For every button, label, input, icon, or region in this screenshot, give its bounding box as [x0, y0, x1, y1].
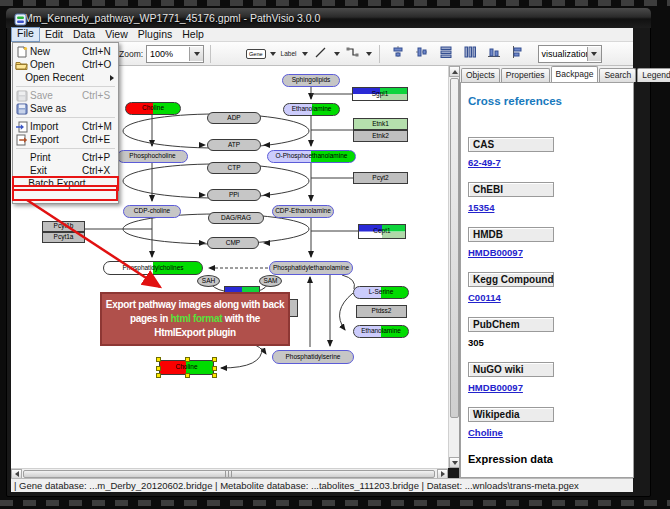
- pathway-node-l-serine[interactable]: L-Serine: [353, 286, 409, 299]
- pathway-node-phosphatidylethanolamine[interactable]: Phosphatidylethanolamine: [269, 261, 353, 275]
- selection-handle[interactable]: [156, 357, 161, 362]
- menu-item-label: Print: [30, 152, 82, 163]
- pathway-node-sam[interactable]: SAM: [259, 275, 282, 287]
- menu-item-shortcut: Ctrl+P: [82, 152, 118, 163]
- pathway-node-etnk2[interactable]: Etnk2: [353, 130, 408, 142]
- menu-item-shortcut: Ctrl+S: [82, 90, 118, 101]
- selection-handle[interactable]: [212, 357, 217, 362]
- menu-item-label: Exit: [30, 165, 82, 176]
- file-menu-item-print[interactable]: PrintCtrl+P: [13, 151, 118, 164]
- file-menu-item-exit[interactable]: ExitCtrl+X: [13, 164, 118, 177]
- file-menu-item-import[interactable]: ImportCtrl+M: [13, 120, 118, 133]
- pathway-node-ptdss2[interactable]: Ptdss2: [356, 305, 407, 318]
- pathway-node-choline[interactable]: Choline: [125, 102, 181, 115]
- menu-item-label: Save as: [30, 103, 82, 114]
- annotation-callout-text: Export pathway images along with back pa…: [104, 298, 286, 340]
- menu-item-label: Open Recent: [25, 72, 84, 83]
- menu-item-label: Save: [30, 90, 82, 101]
- selection-handle[interactable]: [185, 373, 190, 378]
- pathway-node-ethanolamine[interactable]: Ethanolamine: [283, 103, 340, 116]
- file-menu-item-open[interactable]: OpenCtrl+O: [13, 58, 118, 71]
- pathway-node-cmp[interactable]: CMP: [207, 237, 259, 249]
- file-menu-item-save: SaveCtrl+S: [13, 89, 118, 102]
- pathway-node-cdp-choline[interactable]: CDP-choline: [123, 205, 181, 218]
- menu-separator: [16, 86, 115, 87]
- tab-backpage[interactable]: Backpage: [551, 66, 599, 82]
- file-menu-item-save-as[interactable]: Save as: [13, 102, 118, 115]
- pathway-node-dag-rag[interactable]: DAG/RAG: [208, 212, 264, 224]
- selection-handle[interactable]: [212, 366, 217, 371]
- pathway-node-phosphocholine[interactable]: Phosphocholine: [117, 150, 188, 163]
- pathway-node-pcyt1b[interactable]: Pcyt1b: [42, 221, 85, 232]
- menu-item-shortcut: Ctrl+O: [82, 59, 118, 70]
- file-menu-item-open-recent[interactable]: Open Recent: [13, 71, 118, 84]
- pathway-node-sphingolipids[interactable]: Sphingolipids: [282, 74, 340, 87]
- import-icon: [13, 121, 30, 133]
- menu-separator: [16, 117, 115, 118]
- pathway-node-etnk1[interactable]: Etnk1: [353, 118, 408, 130]
- menu-item-shortcut: Ctrl+N: [82, 46, 118, 57]
- batch-export-highlight-box: [12, 185, 118, 201]
- menu-item-shortcut: Ctrl+M: [82, 121, 118, 132]
- export-icon: [13, 134, 30, 146]
- annotation-callout: Export pathway images along with back pa…: [100, 292, 290, 346]
- file-menu: NewCtrl+NOpenCtrl+OOpen RecentSaveCtrl+S…: [12, 42, 119, 204]
- pathway-node-phosphatidylcholines[interactable]: Phosphatidylcholines: [103, 261, 203, 275]
- annotation-highlight-text: html format: [171, 313, 223, 324]
- menu-item-shortcut: Ctrl+E: [82, 134, 118, 145]
- submenu-arrow-icon: [110, 75, 114, 81]
- pathway-node-atp[interactable]: ATP: [207, 139, 261, 151]
- menu-item-label: Open: [30, 59, 82, 70]
- pathway-node-sgpl1[interactable]: Sgpl1: [352, 87, 408, 101]
- pathway-node-adp[interactable]: ADP: [207, 112, 261, 124]
- save-as-icon: [13, 103, 30, 115]
- menu-item-label: Export: [30, 134, 82, 145]
- pathway-node-cdp-ethanolamine[interactable]: CDP-Ethanolamine: [272, 205, 334, 218]
- new-page-icon: [13, 46, 30, 58]
- menu-item-label: New: [30, 46, 82, 57]
- file-menu-item-export[interactable]: ExportCtrl+E: [13, 133, 118, 146]
- pathway-node-ctp[interactable]: CTP: [207, 162, 261, 174]
- menu-separator: [16, 148, 115, 149]
- selection-handle[interactable]: [185, 357, 190, 362]
- menu-item-label: Import: [30, 121, 82, 132]
- menu-item-shortcut: Ctrl+X: [82, 165, 118, 176]
- file-menu-item-new[interactable]: NewCtrl+N: [13, 45, 118, 58]
- pathway-node-pcyt2[interactable]: Pcyt2: [353, 172, 408, 184]
- save-disk-icon: [13, 90, 30, 102]
- pathway-node-cept1[interactable]: Cept1: [358, 224, 406, 239]
- open-folder-icon: [13, 59, 30, 71]
- selection-handle[interactable]: [156, 366, 161, 371]
- pathway-node-sah[interactable]: SAH: [197, 275, 220, 287]
- pathway-node-phosphatidylserine[interactable]: Phosphatidylserine: [272, 350, 354, 364]
- pathway-node-ppi[interactable]: PPi: [207, 189, 261, 201]
- screenshot-stage: Mm_Kennedy_pathway_WP1771_45176.gpml - P…: [0, 0, 670, 509]
- selection-handle[interactable]: [156, 373, 161, 378]
- pathway-node-ethanolamine[interactable]: Ethanolamine: [353, 325, 409, 338]
- pathway-node-pcyt1a[interactable]: Pcyt1a: [42, 232, 85, 243]
- pathway-node-o-phosphoethanolamine[interactable]: O-Phosphoethanolamine: [267, 150, 356, 163]
- selection-handle[interactable]: [212, 373, 217, 378]
